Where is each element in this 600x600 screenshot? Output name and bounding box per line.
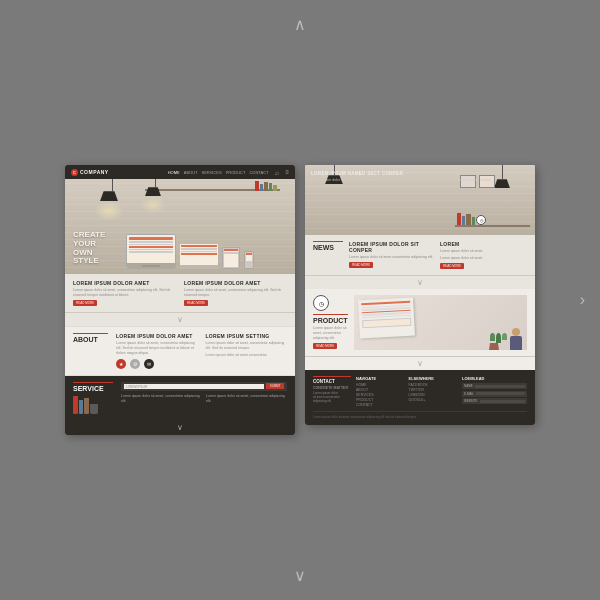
product-read-more[interactable]: READ MORE (313, 343, 337, 349)
monitor-screen (127, 235, 175, 263)
news-extra: Lorem ipsum dolor sit amet. (440, 256, 527, 261)
about-content: LOREM IPSUM DOLOR AMET Lorem ipsum dolor… (116, 333, 198, 369)
website-input[interactable] (480, 400, 525, 403)
nav-item-about[interactable]: ABOUT (356, 388, 405, 392)
service-cols: Lorem ipsum dolor sit amet, consectetur … (121, 394, 287, 404)
hero-lorem-title-2: LOREM IPSUM DOLOR AMET (184, 280, 287, 286)
book-green (269, 183, 272, 191)
plant-leaf-2 (496, 333, 501, 343)
page-bottom-chevron: ∨ (65, 420, 295, 435)
news-read-more-2[interactable]: READ MORE (440, 263, 464, 269)
service-search: LOREM IPSUM SUBMT (121, 382, 287, 391)
nav-item-contact[interactable]: CONTACT (356, 403, 405, 407)
lamp-glow-center (140, 196, 166, 214)
search-bar-mock: LOREM IPSUM (124, 384, 264, 389)
product-clock-icon: ◷ (313, 295, 329, 311)
contact-top: CONTACT CONCRETE MATTER Lorem ipsum dolo… (313, 376, 527, 408)
phone-device (244, 251, 254, 269)
service-right: LOREM IPSUM SUBMT Lorem ipsum dolor sit … (121, 382, 287, 414)
service-label: SERVICE (73, 382, 113, 392)
pencil-1 (73, 396, 78, 414)
contact-form: LOEMLEAD NAME E-MAIL WEBSITE (462, 376, 527, 408)
laptop-device (180, 244, 218, 269)
hero-lorem-title-1: LOREM IPSUM DOLOR AMET (73, 280, 176, 286)
nav-contact[interactable]: CONTACT (249, 170, 268, 175)
nav-about[interactable]: ABOUT (184, 170, 198, 175)
name-input[interactable] (475, 385, 525, 388)
menu-icon[interactable]: ≡ (285, 169, 289, 175)
hero-read-more-1[interactable]: READ MORE (73, 300, 97, 306)
nav-item-product[interactable]: PRODUCT (356, 398, 405, 402)
paper-image-placeholder (362, 318, 411, 329)
field-label-email: E-MAIL (464, 392, 474, 396)
news-read-more[interactable]: READ MORE (349, 262, 373, 268)
product-label-container: ◷ PRODUCT Lorem ipsum dolor sit amet, co… (313, 295, 348, 350)
news-body-2: Lorem ipsum dolor sit amet. (440, 249, 527, 254)
screen-line (129, 241, 173, 243)
plant-leaves-container (489, 333, 507, 343)
product-image (354, 295, 527, 350)
elsewhere-fb[interactable]: FACEBOOK (409, 383, 458, 387)
news-body-1: Lorem ipsum dolor sit amet consectetur a… (349, 255, 436, 260)
plant-leaf-1 (490, 333, 495, 341)
hero-read-more-2[interactable]: READ MORE (184, 300, 208, 306)
screen-line (181, 253, 217, 255)
right-hero-title: LOREM IPSUM NAMED SECT CONPER (311, 171, 529, 176)
section-chevron-1: ∨ (65, 313, 295, 326)
news-label-container: NEWS (313, 241, 343, 269)
service-body-2: Lorem ipsum dolor sit amet, consectetur … (206, 394, 287, 404)
nav-product[interactable]: PRODUCT (226, 170, 246, 175)
lamp-center (145, 179, 166, 214)
nav-col-navigate: NAVIGATE HOME ABOUT SERVICES PRODUCT CON… (356, 376, 405, 408)
news-chevron: ∨ (305, 276, 535, 289)
about-setting: LOREM IPSUM SETTING Lorem ipsum dolor si… (206, 333, 288, 369)
screen-line (129, 246, 173, 248)
concrete-matter: CONCRETE MATTER (313, 386, 351, 390)
footer-text: Lorem ipsum dolor sit amet consectetur a… (313, 415, 527, 419)
hero-col-1: LOREM IPSUM DOLOR AMET Lorem ipsum dolor… (73, 280, 176, 306)
form-field-website: WEBSITE (462, 398, 527, 404)
monitor-device (126, 234, 176, 269)
nav-col-2-title: ELSEWHERE (409, 376, 458, 381)
news-label: NEWS (313, 241, 343, 251)
nav-services[interactable]: SERVICES (202, 170, 222, 175)
hero-section: CREATE YOUR OWN STYLE (65, 179, 295, 274)
hero-bottom: LOREM IPSUM DOLOR AMET Lorem ipsum dolor… (65, 274, 295, 313)
contact-label: CONTACT (313, 376, 351, 384)
screen-line (224, 249, 238, 251)
about-icons: ★ ⚙ ✉ (116, 359, 198, 369)
person-body (510, 336, 522, 350)
plant-pot (489, 343, 499, 350)
elsewhere-tw[interactable]: TWITTER (409, 388, 458, 392)
lamp-left (100, 179, 124, 221)
elsewhere-li[interactable]: LINKEDIN (409, 393, 458, 397)
search-submit-btn[interactable]: SUBMT (266, 383, 284, 389)
form-field-name: NAME (462, 383, 527, 389)
product-section: ◷ PRODUCT Lorem ipsum dolor sit amet, co… (305, 289, 535, 357)
book-brown (264, 182, 268, 191)
search-icon[interactable]: ⌕ (275, 169, 279, 176)
news-title-2: LOREM (440, 241, 527, 247)
plant (489, 333, 507, 350)
email-input[interactable] (476, 392, 525, 395)
elsewhere-gp[interactable]: GOOGLE+ (409, 398, 458, 402)
pencil-cup (90, 404, 98, 414)
screen-line (224, 252, 238, 254)
nav-home[interactable]: HOME (168, 170, 180, 175)
book-red (255, 181, 259, 191)
nav-links: HOME ABOUT SERVICES PRODUCT CONTACT ⌕ ≡ (168, 169, 289, 176)
pencil-holder (73, 396, 113, 414)
nav-col-1-title: NAVIGATE (356, 376, 405, 381)
tablet-device (222, 247, 240, 269)
nav-item-services[interactable]: SERVICES (356, 393, 405, 397)
nav-logo: C COMPANY (71, 169, 109, 176)
page-right: LOREM IPSUM NAMED SECT CONPER Lorem ipsu… (305, 165, 535, 425)
about-setting-title: LOREM IPSUM SETTING (206, 333, 288, 339)
shelf-books (255, 181, 277, 191)
nav-item-home[interactable]: HOME (356, 383, 405, 387)
contact-footer: Lorem ipsum dolor sit amet consectetur a… (313, 411, 527, 419)
logo-icon: C (71, 169, 78, 176)
lamp-shade-center (145, 187, 161, 196)
product-label: PRODUCT (313, 314, 348, 324)
hero-lorem-body-2: Lorem ipsum dolor sit amet, consectetur … (184, 288, 287, 298)
